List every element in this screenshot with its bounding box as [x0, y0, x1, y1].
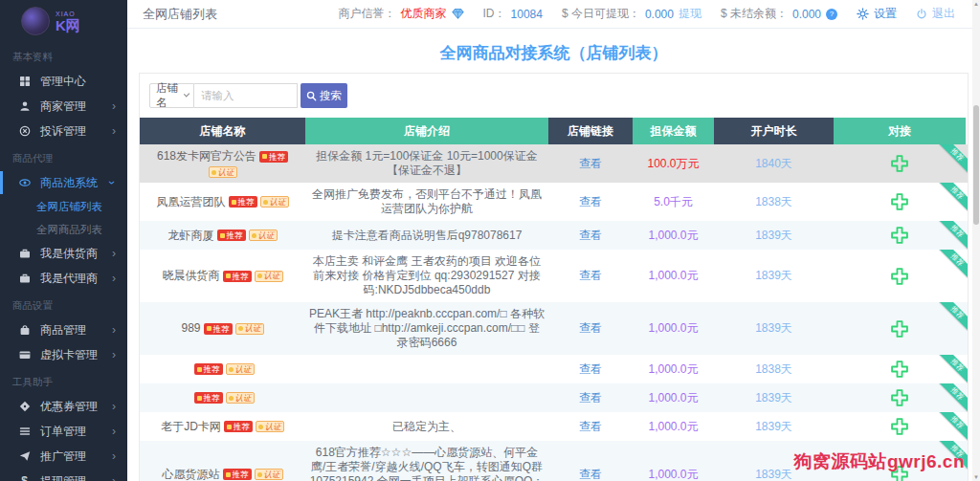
view-link[interactable]: 查看 — [579, 362, 602, 377]
chevron-right-icon: › — [112, 450, 116, 462]
cert-badge: 认证 — [249, 230, 278, 241]
sidebar-subitem-全网店铺列表[interactable]: 全网店铺列表 — [0, 195, 127, 218]
medal-icon — [238, 326, 243, 331]
connect-plus-icon[interactable] — [890, 360, 909, 379]
shop-intro: PEAK王者 http://peaknb.cccpan.com/□ 各种软件下载… — [305, 302, 548, 355]
connect-plus-icon[interactable] — [890, 192, 909, 211]
account-age: 1839天 — [714, 302, 834, 355]
thumb-up-icon — [226, 273, 231, 278]
sidebar-item-商品管理[interactable]: 商品管理› — [0, 317, 127, 342]
view-link[interactable]: 查看 — [579, 468, 602, 481]
column-header-开户时长: 开户时长 — [714, 118, 834, 144]
search-button[interactable]: 搜索 — [301, 83, 347, 108]
shop-name: 凤凰运营团队 — [157, 195, 226, 209]
info-icon[interactable]: ? — [826, 9, 837, 20]
sidebar-item-管理中心[interactable]: 管理中心 — [0, 69, 127, 94]
goods-icon — [18, 324, 31, 337]
settings-button[interactable]: 设置 — [874, 6, 897, 22]
connect-plus-icon[interactable] — [890, 154, 909, 173]
view-link[interactable]: 查看 — [579, 195, 602, 209]
sidebar-item-优惠券管理[interactable]: 优惠券管理› — [0, 394, 127, 419]
thumb-up-icon — [227, 425, 232, 429]
view-link[interactable]: 查看 — [579, 420, 602, 434]
sidebar-item-label: 提现管理 — [40, 473, 112, 481]
cert-badge: 认证 — [235, 323, 264, 335]
guarantee-amount: 5.0千元 — [633, 183, 714, 221]
search-input[interactable] — [194, 83, 298, 108]
account-age: 1839天 — [714, 412, 834, 441]
id-label: ID： — [483, 6, 506, 22]
column-header-店铺名称: 店铺名称 — [140, 118, 305, 144]
withdraw-value: 0.000 — [645, 8, 674, 21]
search-type-value: 店铺名 — [156, 81, 185, 110]
scroll-up-arrow[interactable]: ▲ — [972, 1, 980, 7]
logout-button[interactable]: 退出 — [932, 6, 955, 22]
chevron-right-icon: › — [112, 100, 116, 112]
cert-badge: 认证 — [260, 196, 289, 208]
shop-intro: 本店主卖 和评金鹰 王者农药的项目 欢迎各位前来对接 价格肯定到位 qq:293… — [305, 250, 548, 302]
view-link[interactable]: 查看 — [579, 229, 602, 243]
logo[interactable]: XIAO K网 — [0, 0, 127, 42]
content: 全网商品对接系统（店铺列表） 店铺名 搜索 店铺名称店铺介绍店铺链接担保金额开户… — [127, 29, 980, 481]
sidebar-item-label: 商品池系统 — [40, 175, 110, 191]
column-header-店铺链接: 店铺链接 — [548, 118, 633, 144]
main-area: 全网店铺列表 商户信誉： 优质商家 ID： 10084 $ 今日可提现： 0.0… — [127, 0, 980, 481]
gear-icon[interactable] — [857, 8, 869, 20]
connect-plus-icon[interactable] — [890, 319, 909, 339]
table-row: 晓晨供货商推荐认证本店主卖 和评金鹰 王者农药的项目 欢迎各位前来对接 价格肯定… — [140, 250, 968, 302]
sidebar-item-虚拟卡管理[interactable]: 虚拟卡管理› — [0, 342, 127, 367]
table-row: 推荐认证查看1,000.0元1839天推荐 — [140, 383, 968, 412]
chevron-right-icon: › — [112, 475, 116, 481]
account-age: 1838天 — [714, 355, 834, 383]
recommend-badge: 推荐 — [223, 271, 252, 282]
sidebar-menu: 基本资料管理中心商家管理›投诉管理›商品代理商品池系统›全网店铺列表全网商品列表… — [0, 42, 127, 481]
connect-plus-icon[interactable] — [890, 226, 909, 245]
sidebar-item-提现管理[interactable]: $提现管理› — [0, 469, 127, 481]
search-bar: 店铺名 搜索 — [140, 74, 968, 118]
view-link[interactable]: 查看 — [579, 391, 602, 405]
balance-value: 0.000 — [792, 8, 821, 21]
sidebar-item-订单管理[interactable]: 订单管理› — [0, 419, 127, 444]
app: XIAO K网 基本资料管理中心商家管理›投诉管理›商品代理商品池系统›全网店铺… — [0, 0, 980, 481]
topbar: 全网店铺列表 商户信誉： 优质商家 ID： 10084 $ 今日可提现： 0.0… — [127, 0, 980, 29]
coupon-icon — [18, 401, 31, 413]
cert-badge: 认证 — [255, 271, 283, 282]
sidebar-item-label: 虚拟卡管理 — [40, 347, 112, 363]
sidebar-item-我是供货商[interactable]: 我是供货商› — [0, 241, 127, 266]
cert-badge: 认证 — [255, 469, 283, 480]
sidebar-item-label: 投诉管理 — [40, 123, 112, 140]
connect-plus-icon[interactable] — [890, 388, 909, 407]
scroll-down-arrow[interactable]: ▼ — [972, 474, 980, 480]
sidebar-item-商品池系统[interactable]: 商品池系统› — [0, 170, 127, 195]
connect-plus-icon[interactable] — [890, 417, 909, 436]
sidebar-item-label: 订单管理 — [40, 424, 112, 440]
table-row: 老于JD卡网推荐认证已稳定为主、查看1,000.0元1839天推荐 — [140, 412, 968, 441]
cert-badge: 认证 — [209, 166, 237, 178]
logo-title: K网 — [56, 18, 80, 33]
sidebar-item-投诉管理[interactable]: 投诉管理› — [0, 119, 127, 143]
medal-icon — [257, 472, 262, 477]
scrollbar-thumb[interactable] — [973, 105, 979, 225]
sidebar-item-商家管理[interactable]: 商家管理› — [0, 94, 127, 119]
shop-list-card: 店铺名 搜索 店铺名称店铺介绍店铺链接担保金额开户时长对接 618发卡网官方公告… — [139, 73, 969, 481]
shop-name: 989 — [181, 321, 200, 336]
grid-icon — [18, 76, 31, 88]
withdraw-link[interactable]: 提现 — [679, 6, 702, 22]
sidebar-section-label: 商品代理 — [0, 143, 127, 170]
view-link[interactable]: 查看 — [579, 321, 602, 336]
search-type-select[interactable]: 店铺名 — [149, 83, 194, 108]
topbar-right: 商户信誉： 优质商家 ID： 10084 $ 今日可提现： 0.000 提现 $… — [339, 6, 955, 22]
connect-plus-icon[interactable] — [890, 267, 909, 286]
guarantee-amount: 1,000.0元 — [633, 250, 714, 302]
shop-name: 龙虾商厦 — [168, 229, 214, 243]
medal-icon — [252, 233, 256, 238]
table-row: 618发卡网官方公告推荐认证担保金额 1元=100保证金 10元=1000保证金… — [140, 144, 968, 183]
view-link[interactable]: 查看 — [579, 157, 602, 171]
power-icon[interactable] — [916, 9, 927, 20]
vertical-scrollbar[interactable]: ▲ ▼ — [972, 0, 980, 481]
sidebar-subitem-全网商品列表[interactable]: 全网商品列表 — [0, 218, 127, 241]
view-link[interactable]: 查看 — [579, 269, 602, 283]
medal-icon — [263, 200, 268, 205]
sidebar-item-我是代理商[interactable]: 我是代理商› — [0, 266, 127, 291]
sidebar-item-推广管理[interactable]: 推广管理› — [0, 444, 127, 469]
